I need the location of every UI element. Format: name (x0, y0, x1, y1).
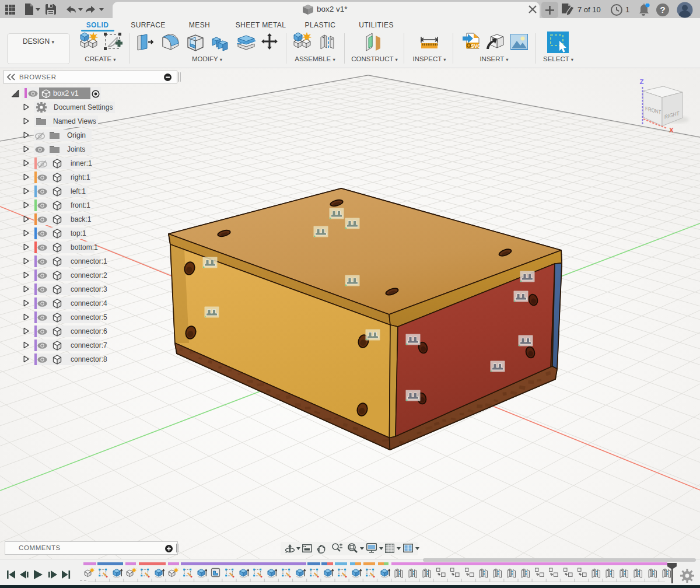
svg-text:X: X (669, 127, 674, 134)
svg-text:?: ? (660, 5, 665, 15)
svg-text:SVG: SVG (471, 43, 480, 49)
svg-text:Z: Z (639, 78, 643, 85)
